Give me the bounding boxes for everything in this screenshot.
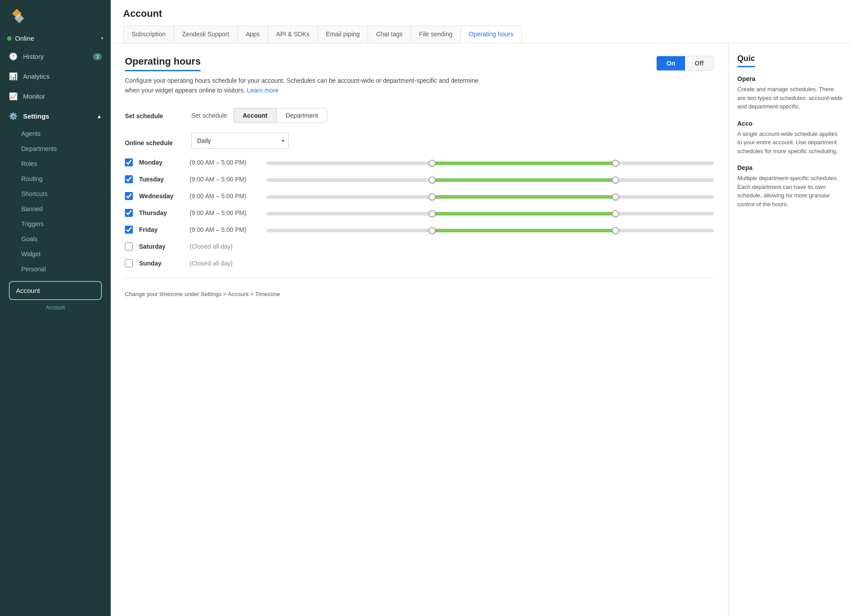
thursday-slider-track <box>267 212 714 216</box>
quick-opera-text: Create and manage schedules. There are t… <box>737 85 843 111</box>
tab-subscription[interactable]: Subscription <box>123 26 174 43</box>
sidebar-sub-widget[interactable]: Widget <box>0 246 111 262</box>
learn-more-link[interactable]: Learn more <box>247 87 279 94</box>
tab-api-sdks[interactable]: API & SDKs <box>268 26 318 43</box>
department-schedule-button[interactable]: Department <box>277 108 327 123</box>
sidebar-sub-goals[interactable]: Goals <box>0 231 111 246</box>
sidebar-sub-personal[interactable]: Personal <box>0 262 111 277</box>
sidebar-sub-agents[interactable]: Agents <box>0 126 111 141</box>
thursday-label: Thursday <box>139 209 183 216</box>
sidebar-item-settings[interactable]: ⚙️ Settings ▲ <box>0 106 111 126</box>
account-tooltip: Account <box>0 303 111 315</box>
friday-slider[interactable] <box>267 227 714 232</box>
section-title-wrapper: Operating hours <box>125 56 201 71</box>
toggle-on-button[interactable]: On <box>657 56 685 70</box>
quick-acco-title: Acco <box>737 120 843 127</box>
sidebar-sub-departments[interactable]: Departments <box>0 141 111 156</box>
day-row-tuesday: Tuesday (9:00 AM – 5:00 PM) <box>125 175 714 183</box>
monitor-icon: 📈 <box>9 92 18 100</box>
tuesday-time: (9:00 AM – 5:00 PM) <box>190 176 260 183</box>
day-row-saturday: Saturday (Closed all day) <box>125 243 714 250</box>
monday-slider[interactable] <box>267 160 714 165</box>
day-row-friday: Friday (9:00 AM – 5:00 PM) <box>125 226 714 234</box>
saturday-label: Saturday <box>139 243 183 250</box>
schedule-controls: Set schedule Account Department <box>191 108 327 123</box>
thursday-slider[interactable] <box>267 210 714 216</box>
thursday-time: (9:00 AM – 5:00 PM) <box>190 209 260 216</box>
sunday-closed: (Closed all day) <box>190 260 232 267</box>
quick-depa-text: Multiple department-specific schedules. … <box>737 174 843 208</box>
right-panel: Quic Opera Create and manage schedules. … <box>728 43 852 616</box>
on-off-toggle: On Off <box>656 56 714 71</box>
history-icon: 🕐 <box>9 52 18 61</box>
tab-file-sending[interactable]: File sending <box>411 26 461 43</box>
set-schedule-sub-label: Set schedule <box>191 112 227 119</box>
wednesday-slider[interactable] <box>267 193 714 199</box>
section-divider <box>125 278 714 278</box>
main-area: Account Subscription Zendesk Support App… <box>111 0 852 616</box>
sidebar-sub-routing[interactable]: Routing <box>0 171 111 186</box>
online-schedule-select[interactable]: Daily Weekly Custom <box>191 133 289 149</box>
settings-chevron-icon: ▲ <box>97 113 102 119</box>
quick-depa-title: Depa <box>737 164 843 171</box>
sunday-checkbox[interactable] <box>125 259 133 267</box>
timezone-note: Change your timezone under Settings > Ac… <box>125 289 714 297</box>
friday-slider-track <box>267 229 714 232</box>
set-schedule-label: Set schedule <box>125 108 182 119</box>
friday-label: Friday <box>139 226 183 233</box>
sidebar-sub-roles[interactable]: Roles <box>0 156 111 171</box>
wednesday-checkbox[interactable] <box>125 192 133 200</box>
monday-label: Monday <box>139 159 183 166</box>
saturday-closed: (Closed all day) <box>190 243 232 250</box>
tuesday-slider[interactable] <box>267 177 714 182</box>
sidebar-item-label: History <box>23 53 44 60</box>
day-row-wednesday: Wednesday (9:00 AM – 5:00 PM) <box>125 192 714 200</box>
sidebar-item-monitor[interactable]: 📈 Monitor <box>0 86 111 106</box>
status-chevron-icon: ▾ <box>101 35 104 41</box>
logo-area <box>0 0 111 30</box>
sunday-label: Sunday <box>139 260 183 267</box>
online-dot <box>7 36 12 41</box>
day-row-sunday: Sunday (Closed all day) <box>125 259 714 267</box>
friday-checkbox[interactable] <box>125 226 133 234</box>
account-schedule-button[interactable]: Account <box>234 108 277 123</box>
online-schedule-label: Online schedule <box>125 135 182 146</box>
sidebar-sub-shortcuts[interactable]: Shortcuts <box>0 186 111 201</box>
day-row-monday: Monday (9:00 AM – 5:00 PM) <box>125 158 714 166</box>
sidebar-item-analytics[interactable]: 📊 Analytics <box>0 66 111 86</box>
tab-chat-tags[interactable]: Chat tags <box>368 26 411 43</box>
quick-opera-title: Opera <box>737 75 843 82</box>
sidebar-sub-triggers[interactable]: Triggers <box>0 216 111 231</box>
history-badge: 3 <box>93 53 102 60</box>
monday-checkbox[interactable] <box>125 158 133 166</box>
toggle-off-button[interactable]: Off <box>685 56 713 70</box>
quick-section-acco: Acco A single account-wide schedule appl… <box>737 120 843 156</box>
tab-email-piping[interactable]: Email piping <box>318 26 368 43</box>
tab-operating-hours[interactable]: Operating hours <box>461 26 522 43</box>
quick-title-wrapper: Quic <box>737 54 843 75</box>
section-header: Operating hours On Off <box>125 56 714 71</box>
section-title: Operating hours <box>125 56 201 71</box>
day-row-thursday: Thursday (9:00 AM – 5:00 PM) <box>125 209 714 217</box>
friday-time: (9:00 AM – 5:00 PM) <box>190 226 260 233</box>
sidebar-item-label: Settings <box>23 112 49 120</box>
wednesday-slider-track <box>267 195 714 199</box>
schedule-select-wrapper: Daily Weekly Custom ▾ <box>191 133 289 149</box>
quick-section-opera: Opera Create and manage schedules. There… <box>737 75 843 111</box>
tuesday-checkbox[interactable] <box>125 175 133 183</box>
tab-zendesk-support[interactable]: Zendesk Support <box>174 26 238 43</box>
sidebar-item-history[interactable]: 🕐 History 3 <box>0 46 111 66</box>
sidebar-account-button[interactable]: Account <box>9 281 102 300</box>
tab-bar: Subscription Zendesk Support Apps API & … <box>123 26 840 43</box>
tab-apps[interactable]: Apps <box>237 26 268 43</box>
content-area: Operating hours On Off Configure your op… <box>111 43 852 616</box>
days-section: Monday (9:00 AM – 5:00 PM) Tuesday (9: <box>125 158 714 267</box>
status-selector[interactable]: Online ▾ <box>0 30 111 46</box>
sidebar-item-label: Monitor <box>23 92 45 100</box>
set-schedule-row: Set schedule Set schedule Account Depart… <box>125 108 714 123</box>
wednesday-label: Wednesday <box>139 192 183 200</box>
saturday-checkbox[interactable] <box>125 243 133 250</box>
thursday-checkbox[interactable] <box>125 209 133 217</box>
sidebar-sub-banned[interactable]: Banned <box>0 201 111 216</box>
wednesday-time: (9:00 AM – 5:00 PM) <box>190 192 260 200</box>
